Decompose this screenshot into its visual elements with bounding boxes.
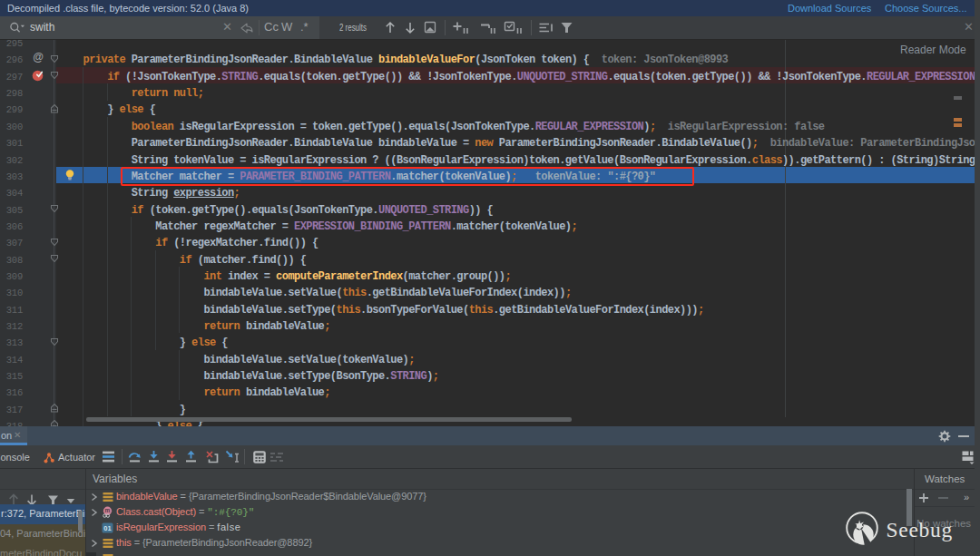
svg-text:m: m	[105, 507, 111, 513]
svg-text:Seebug: Seebug	[887, 518, 953, 541]
svg-text:01: 01	[103, 523, 111, 532]
